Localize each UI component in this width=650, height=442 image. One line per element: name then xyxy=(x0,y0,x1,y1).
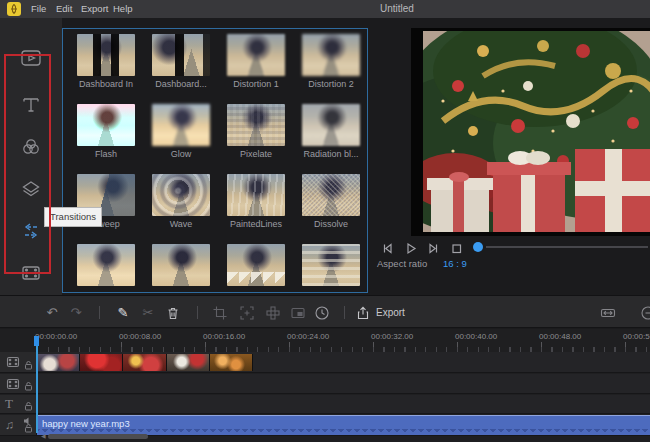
sidebar-item-overlay[interactable] xyxy=(0,127,62,167)
menu-export[interactable]: Export xyxy=(81,3,108,14)
sidebar-item-text[interactable] xyxy=(0,85,62,125)
transition-item[interactable]: Glow xyxy=(152,104,210,159)
transition-thumbnail[interactable] xyxy=(77,34,135,76)
menu-file[interactable]: File xyxy=(31,3,46,14)
video-clip-thumbnail[interactable] xyxy=(210,354,253,371)
transition-thumbnail[interactable] xyxy=(77,104,135,146)
export-button[interactable]: Export xyxy=(355,296,405,329)
transition-thumbnail[interactable] xyxy=(152,104,210,146)
transition-item[interactable]: Dashboard In xyxy=(77,34,135,89)
transition-thumbnail[interactable] xyxy=(227,34,285,76)
redo-button[interactable]: ↷ xyxy=(65,296,87,329)
clock-icon xyxy=(314,305,330,321)
edit-toolbar: ↶ ↷ ✎ ✂ xyxy=(0,295,650,328)
transition-item[interactable] xyxy=(152,244,210,286)
edit-button[interactable]: ✎ xyxy=(112,296,134,329)
text-track-icon: T xyxy=(5,396,13,412)
video-clip-thumbnail[interactable] xyxy=(123,354,166,371)
transition-item[interactable]: Flash xyxy=(77,104,135,159)
text-track-lane[interactable] xyxy=(37,395,650,413)
sidebar-item-filters[interactable] xyxy=(0,253,62,293)
lock-icon[interactable] xyxy=(24,401,33,411)
lock-icon[interactable] xyxy=(24,423,33,433)
seek-slider-handle[interactable] xyxy=(473,242,483,252)
text-icon xyxy=(18,92,44,118)
video-clip[interactable] xyxy=(37,354,253,371)
audio-track-header: ♫ xyxy=(0,415,37,435)
zoom-out-icon xyxy=(640,305,650,321)
transition-item[interactable]: Wave xyxy=(152,174,210,229)
music-note-icon: ♫ xyxy=(5,418,14,432)
pip-track xyxy=(0,374,650,394)
menu-help[interactable]: Help xyxy=(113,3,133,14)
video-clip-thumbnail[interactable] xyxy=(167,354,210,371)
media-icon xyxy=(18,45,44,71)
crop-button[interactable] xyxy=(209,296,231,329)
previous-frame-button[interactable] xyxy=(379,240,395,256)
video-clip-thumbnail[interactable] xyxy=(80,354,123,371)
transition-thumbnail[interactable] xyxy=(77,244,135,286)
play-button[interactable] xyxy=(402,240,418,256)
transition-item[interactable]: Dashboard... xyxy=(152,34,210,89)
undo-button[interactable]: ↶ xyxy=(41,296,63,329)
aspect-ratio-value[interactable]: 16 : 9 xyxy=(443,258,467,269)
transition-thumbnail[interactable] xyxy=(302,174,360,216)
preview-player xyxy=(411,28,650,236)
transition-item[interactable] xyxy=(302,244,360,286)
transition-thumbnail[interactable] xyxy=(302,34,360,76)
sidebar-item-elements[interactable] xyxy=(0,169,62,209)
transition-item[interactable]: Radiation bl... xyxy=(302,104,360,159)
lock-icon[interactable] xyxy=(24,360,33,370)
mosaic-button[interactable] xyxy=(262,296,284,329)
transition-thumbnail[interactable] xyxy=(227,104,285,146)
audio-track: ♫ happy new year.mp3 xyxy=(0,415,650,436)
transition-item[interactable]: Distortion 2 xyxy=(302,34,360,89)
transition-item[interactable] xyxy=(77,244,135,286)
transition-thumbnail[interactable] xyxy=(227,174,285,216)
duration-button[interactable] xyxy=(311,296,333,329)
filters-icon xyxy=(18,260,44,286)
transition-item[interactable] xyxy=(227,244,285,286)
playhead-handle[interactable] xyxy=(34,336,39,346)
transition-label: Wave xyxy=(144,219,218,229)
next-frame-button[interactable] xyxy=(425,240,441,256)
toolbar-separator xyxy=(344,306,345,319)
transition-thumbnail[interactable] xyxy=(227,244,285,286)
video-track xyxy=(0,352,650,373)
transition-thumbnail[interactable] xyxy=(152,244,210,286)
split-button[interactable]: ✂ xyxy=(137,296,159,329)
zoom-effect-button[interactable] xyxy=(236,296,258,329)
horizontal-scrollbar[interactable] xyxy=(48,434,148,439)
transitions-tooltip: Transitions xyxy=(44,207,102,227)
pip-track-header xyxy=(0,374,37,393)
picture-in-picture-button[interactable] xyxy=(287,296,309,329)
transition-thumbnail[interactable] xyxy=(302,104,360,146)
sidebar-item-media[interactable] xyxy=(0,38,62,78)
fit-timeline-button[interactable] xyxy=(597,296,619,329)
redo-icon: ↷ xyxy=(71,306,82,319)
transition-item[interactable]: PaintedLines xyxy=(227,174,285,229)
menu-edit[interactable]: Edit xyxy=(56,3,72,14)
delete-button[interactable] xyxy=(162,296,184,329)
stop-button[interactable] xyxy=(448,240,464,256)
transition-label: Distortion 1 xyxy=(219,79,293,89)
video-clip-thumbnail[interactable] xyxy=(37,354,80,371)
zoom-region-icon xyxy=(239,305,255,321)
lock-icon[interactable] xyxy=(24,381,33,391)
text-track: T xyxy=(0,395,650,414)
transition-thumbnail[interactable] xyxy=(152,174,210,216)
transition-thumbnail[interactable] xyxy=(302,244,360,286)
audio-clip[interactable]: happy new year.mp3 xyxy=(37,415,650,435)
toolbar-separator xyxy=(197,306,198,319)
transition-item[interactable]: Dissolve xyxy=(302,174,360,229)
scissors-icon: ✂ xyxy=(143,306,154,319)
pip-track-lane[interactable] xyxy=(37,374,650,393)
zoom-out-timeline-button[interactable] xyxy=(637,296,650,329)
transition-thumbnail[interactable] xyxy=(152,34,210,76)
transition-item[interactable]: Distortion 1 xyxy=(227,34,285,89)
transitions-panel: Dashboard In Dashboard... Distortion 1 D… xyxy=(62,28,368,293)
scroll-left-arrow[interactable]: ◀ xyxy=(41,433,46,439)
transition-item[interactable]: Pixelate xyxy=(227,104,285,159)
seek-slider-track[interactable] xyxy=(486,246,648,248)
playhead[interactable] xyxy=(36,336,38,433)
